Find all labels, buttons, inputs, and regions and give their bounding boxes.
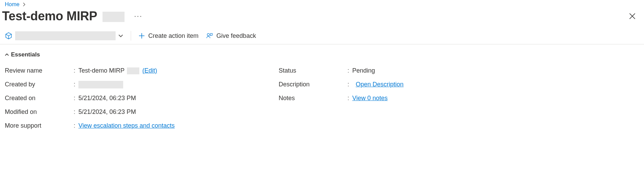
create-action-item-label: Create action item — [148, 32, 198, 40]
breadcrumb: Home — [0, 0, 644, 8]
label-description: Description — [279, 79, 347, 89]
row-created-on: Created on : 5/21/2024, 06:23 PM — [5, 91, 259, 105]
more-support-link[interactable]: View escalation steps and contacts — [78, 122, 175, 129]
essentials-toggle[interactable]: Essentials — [5, 51, 639, 58]
created-by-redacted — [78, 81, 123, 88]
toolbar: Create action item Give feedback — [0, 28, 644, 44]
label-created-on: Created on — [5, 93, 74, 103]
resource-dropdown[interactable] — [5, 31, 123, 40]
edit-review-name-link[interactable]: (Edit) — [142, 67, 157, 74]
breadcrumb-home-link[interactable]: Home — [5, 1, 20, 8]
give-feedback-button[interactable]: Give feedback — [206, 32, 256, 40]
review-name-redacted — [127, 67, 139, 74]
resource-name-redacted — [15, 31, 116, 40]
essentials-right-column: Status : Pending Description : Open Desc… — [279, 64, 533, 132]
essentials-header-label: Essentials — [11, 51, 40, 58]
view-notes-link[interactable]: View 0 notes — [352, 95, 388, 102]
page-title: Test-demo MIRP — [2, 9, 125, 23]
close-button[interactable] — [627, 11, 637, 21]
label-notes: Notes — [279, 93, 347, 103]
more-actions-button[interactable]: ··· — [134, 12, 142, 21]
row-review-name: Review name : Test-demo MIRP (Edit) — [5, 64, 259, 77]
value-review-name: Test-demo MIRP (Edit) — [78, 66, 157, 75]
label-created-by: Created by — [5, 79, 74, 89]
cube-icon — [5, 32, 12, 40]
create-action-item-button[interactable]: Create action item — [139, 32, 198, 40]
essentials-section: Essentials Review name : Test-demo MIRP … — [0, 44, 644, 139]
toolbar-separator — [131, 31, 131, 41]
essentials-left-column: Review name : Test-demo MIRP (Edit) Crea… — [5, 64, 259, 132]
label-more-support: More support — [5, 121, 74, 130]
row-more-support: More support : View escalation steps and… — [5, 119, 259, 132]
chevron-down-icon — [118, 33, 123, 38]
chevron-right-icon — [22, 3, 26, 6]
svg-point-0 — [207, 33, 210, 36]
close-icon — [629, 13, 635, 19]
title-bar: Test-demo MIRP ··· — [0, 8, 644, 28]
plus-icon — [139, 33, 145, 39]
row-created-by: Created by : — [5, 77, 259, 91]
label-modified-on: Modified on — [5, 107, 74, 117]
value-created-on: 5/21/2024, 06:23 PM — [78, 93, 136, 103]
value-modified-on: 5/21/2024, 06:23 PM — [78, 107, 136, 117]
row-modified-on: Modified on : 5/21/2024, 06:23 PM — [5, 105, 259, 119]
give-feedback-label: Give feedback — [216, 32, 256, 40]
open-description-link[interactable]: Open Description — [356, 81, 404, 88]
label-review-name: Review name — [5, 66, 74, 75]
chevron-up-icon — [5, 53, 9, 57]
row-status: Status : Pending — [279, 64, 533, 77]
feedback-icon — [206, 32, 213, 39]
row-notes: Notes : View 0 notes — [279, 91, 533, 105]
page-title-redacted — [103, 12, 125, 22]
review-name-text: Test-demo MIRP — [78, 67, 125, 74]
label-status: Status — [279, 66, 347, 75]
value-created-by — [78, 79, 123, 89]
value-status: Pending — [352, 66, 375, 75]
page-title-text: Test-demo MIRP — [2, 9, 97, 23]
row-description: Description : Open Description — [279, 77, 533, 91]
